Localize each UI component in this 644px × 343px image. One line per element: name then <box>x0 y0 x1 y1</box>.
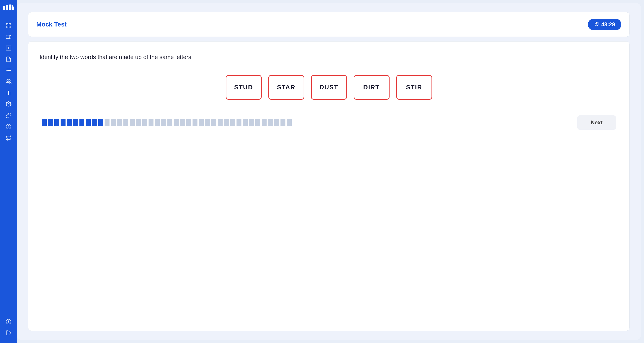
progress-segment-8 <box>86 119 91 126</box>
progress-segment-15 <box>130 119 135 126</box>
progress-segment-9 <box>92 119 97 126</box>
progress-segment-27 <box>205 119 210 126</box>
question-text: Identify the two words that are made up … <box>40 53 618 62</box>
word-option-dust[interactable]: DUST <box>311 75 347 100</box>
sidebar <box>0 0 17 343</box>
progress-segment-13 <box>117 119 122 126</box>
progress-segment-10 <box>98 119 103 126</box>
svg-point-22 <box>8 104 9 105</box>
progress-segment-40 <box>287 119 292 126</box>
svg-rect-5 <box>6 23 8 25</box>
progress-segment-32 <box>236 119 242 126</box>
progress-segment-11 <box>104 119 110 126</box>
progress-segment-22 <box>174 119 178 126</box>
svg-point-18 <box>7 80 9 82</box>
progress-segment-12 <box>111 119 116 126</box>
list-icon[interactable] <box>4 66 14 75</box>
word-option-dirt[interactable]: DIRT <box>354 75 390 100</box>
progress-segment-3 <box>54 119 59 126</box>
header-card: Mock Test ⏱ 43:29 <box>28 12 630 37</box>
progress-segment-34 <box>249 119 254 126</box>
alert-icon[interactable] <box>4 317 14 327</box>
next-button[interactable]: Next <box>577 115 616 130</box>
progress-segment-24 <box>186 119 191 126</box>
svg-marker-11 <box>8 47 10 49</box>
question-card: Identify the two words that are made up … <box>28 41 630 331</box>
progress-segment-21 <box>168 119 172 126</box>
app-logo <box>3 5 14 13</box>
progress-segment-26 <box>199 119 204 126</box>
progress-segment-33 <box>243 119 248 126</box>
progress-bar <box>42 119 292 126</box>
svg-rect-7 <box>6 26 8 28</box>
progress-segment-30 <box>224 119 229 126</box>
progress-segment-39 <box>280 119 286 126</box>
progress-segment-16 <box>136 119 141 126</box>
document-icon[interactable] <box>4 54 14 64</box>
progress-segment-35 <box>255 119 260 126</box>
svg-rect-2 <box>9 5 12 10</box>
transfer-icon[interactable] <box>4 133 14 143</box>
progress-segment-1 <box>42 119 47 126</box>
progress-segment-29 <box>218 119 222 126</box>
progress-segment-25 <box>192 119 198 126</box>
play-icon[interactable] <box>4 43 14 53</box>
progress-segment-4 <box>60 119 66 126</box>
progress-segment-2 <box>48 119 53 126</box>
svg-rect-0 <box>3 6 5 10</box>
users-icon[interactable] <box>4 77 14 87</box>
page-title: Mock Test <box>36 21 67 28</box>
logout-icon[interactable] <box>4 328 14 338</box>
progress-segment-5 <box>67 119 72 126</box>
progress-segment-37 <box>268 119 273 126</box>
progress-segment-20 <box>161 119 166 126</box>
progress-segment-19 <box>155 119 160 126</box>
progress-segment-23 <box>180 119 185 126</box>
svg-rect-1 <box>6 6 8 10</box>
timer-icon: ⏱ <box>594 22 599 27</box>
progress-segment-14 <box>124 119 128 126</box>
grid-icon[interactable] <box>4 21 14 31</box>
main-content: Mock Test ⏱ 43:29 Identify the two words… <box>17 3 641 340</box>
settings-icon[interactable] <box>4 99 14 109</box>
word-option-star[interactable]: STAR <box>268 75 304 100</box>
word-option-stud[interactable]: STUD <box>226 75 262 100</box>
progress-segment-18 <box>148 119 154 126</box>
video-icon[interactable] <box>4 32 14 42</box>
svg-point-4 <box>12 6 14 7</box>
help-icon[interactable] <box>4 122 14 132</box>
bottom-row: Next <box>40 115 618 130</box>
progress-segment-38 <box>274 119 279 126</box>
progress-segment-6 <box>73 119 78 126</box>
timer-badge: ⏱ 43:29 <box>588 19 621 30</box>
progress-segment-28 <box>212 119 216 126</box>
progress-segment-31 <box>230 119 235 126</box>
svg-rect-6 <box>9 23 11 25</box>
progress-segment-17 <box>142 119 147 126</box>
word-options: STUD STAR DUST DIRT STIR <box>40 75 618 100</box>
link-icon[interactable] <box>4 110 14 120</box>
timer-value: 43:29 <box>601 21 615 28</box>
svg-rect-9 <box>6 35 10 38</box>
progress-segment-36 <box>262 119 266 126</box>
word-option-stir[interactable]: STIR <box>396 75 432 100</box>
svg-rect-8 <box>9 26 11 28</box>
progress-segment-7 <box>80 119 84 126</box>
svg-rect-3 <box>12 7 14 10</box>
chart-icon[interactable] <box>4 88 14 98</box>
